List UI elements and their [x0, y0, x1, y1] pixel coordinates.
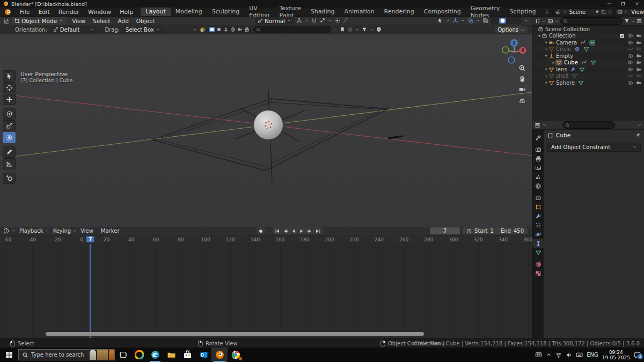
properties-tab-viewlayer[interactable]	[532, 163, 544, 172]
selectability-icon[interactable]	[437, 18, 443, 24]
viewport-menu-object[interactable]: Object	[133, 18, 158, 24]
viewport-menu-view[interactable]: View	[68, 18, 89, 24]
new-scene-icon[interactable]	[601, 10, 606, 14]
menu-help[interactable]: Help	[115, 9, 137, 16]
properties-tab-scene[interactable]	[532, 172, 544, 181]
disable-render-icon[interactable]	[636, 40, 642, 46]
taskbar-clock[interactable]: 09:24 19-05-2025	[602, 350, 630, 360]
visibility-toggle-0[interactable]	[209, 27, 215, 32]
hide-eye-icon[interactable]	[627, 67, 633, 72]
properties-tab-output[interactable]	[532, 154, 544, 163]
meshTri-icon[interactable]	[548, 46, 554, 52]
checkbox-icon[interactable]	[619, 33, 625, 39]
filter-icon[interactable]	[624, 18, 630, 24]
emptyAxes-icon[interactable]	[548, 53, 554, 59]
add-workspace-button[interactable]: +	[540, 9, 553, 16]
tool-scale[interactable]	[3, 120, 16, 131]
meshTri-icon[interactable]	[548, 67, 554, 72]
hidden-icons-chevron[interactable]	[546, 352, 552, 358]
hidden-eye-icon[interactable]	[627, 73, 633, 79]
outliner-label[interactable]: shell	[556, 73, 568, 79]
collapse-arrow-icon[interactable]	[537, 34, 541, 38]
workspace-tab-animation[interactable]: Animation	[339, 8, 379, 16]
expand-arrow-icon[interactable]	[544, 47, 548, 51]
playhead-line[interactable]	[90, 244, 91, 338]
menu-window[interactable]: Window	[84, 9, 115, 16]
outliner-label[interactable]: Empty	[556, 53, 573, 59]
disable-render-icon[interactable]	[636, 46, 642, 52]
outliner-label[interactable]: Circle	[556, 46, 571, 52]
meshTri-icon[interactable]	[548, 80, 554, 86]
outliner-label[interactable]: Collection	[549, 33, 575, 39]
show-gizmo-icon[interactable]	[452, 18, 458, 24]
shading-material-button[interactable]: undefined	[507, 18, 513, 24]
shading-rendered-button[interactable]: undefined	[514, 18, 520, 24]
tool-select-box[interactable]	[3, 70, 16, 82]
viewlayer-selector[interactable]: ViewLayer	[615, 8, 644, 16]
menu-render[interactable]: Render	[54, 9, 84, 16]
taskbar-app-blender[interactable]	[211, 348, 228, 362]
editor-type-icon[interactable]	[535, 122, 540, 128]
workspace-tab-layout[interactable]: Layout	[141, 8, 170, 16]
mode-dropdown[interactable]: Object Mode	[12, 17, 66, 25]
hide-eye-icon[interactable]	[627, 80, 633, 86]
frame-range-fields[interactable]: Start 1 End 450	[463, 227, 528, 234]
taskbar-app-store[interactable]	[179, 348, 195, 362]
unlink-scene-icon[interactable]	[608, 10, 612, 14]
workspace-tab-scripting[interactable]: Scripting	[505, 8, 541, 16]
outliner-row-circle[interactable]: Circle	[532, 46, 644, 53]
disable-render-icon[interactable]	[636, 33, 642, 39]
hidden-eye-icon[interactable]	[627, 46, 633, 52]
taskbar-search[interactable]: Type here to search	[18, 349, 115, 360]
zoom-button[interactable]	[518, 64, 526, 72]
pan-button[interactable]	[518, 75, 526, 83]
tool-annotate[interactable]	[3, 146, 16, 158]
properties-tab-tool[interactable]	[532, 133, 544, 142]
taskbar-app-chrome[interactable]	[228, 348, 244, 362]
camera-view-button[interactable]	[518, 86, 526, 93]
news-icon[interactable]	[535, 351, 542, 358]
disable-render-icon[interactable]	[636, 67, 642, 72]
bookmark-icon[interactable]	[340, 27, 345, 32]
shading-solid-button[interactable]	[499, 18, 506, 24]
outliner-search[interactable]	[560, 17, 623, 25]
properties-tab-physics[interactable]	[532, 230, 544, 239]
hide-eye-icon[interactable]	[627, 33, 633, 39]
disable-render-icon[interactable]	[636, 53, 642, 59]
filter-settings-icon[interactable]	[636, 18, 642, 24]
viewport-3d[interactable]: User Perspective (7) Collection | Cube Z…	[0, 34, 532, 227]
auto-keying-toggle[interactable]	[257, 227, 265, 234]
options-dropdown[interactable]: Options	[495, 26, 528, 33]
snap-target-icon[interactable]	[319, 18, 325, 24]
outliner-row-collection[interactable]: Collection	[532, 33, 644, 40]
cameraObj-icon[interactable]	[548, 40, 554, 46]
falloff-curve-icon[interactable]	[342, 18, 348, 24]
outliner-row-sphere[interactable]: Sphere	[532, 79, 644, 86]
properties-tab-modifiers[interactable]	[532, 211, 544, 220]
outliner-label[interactable]: lens	[556, 67, 567, 72]
collapse-arrow-icon[interactable]	[544, 54, 548, 58]
language-indicator[interactable]: ENG	[587, 352, 598, 358]
toggle-xray-icon[interactable]	[482, 18, 488, 24]
expand-arrow-icon[interactable]	[544, 67, 548, 71]
visibility-toggle-4[interactable]	[237, 27, 243, 32]
workspace-tab-compositing[interactable]: Compositing	[419, 8, 466, 16]
jump-start-button[interactable]	[274, 227, 281, 234]
play-button[interactable]	[298, 227, 305, 234]
visibility-toggle-5[interactable]	[244, 27, 250, 32]
current-frame-field[interactable]: 7	[430, 227, 460, 234]
properties-tab-particles[interactable]	[532, 220, 544, 230]
pin-icon[interactable]	[595, 10, 599, 14]
tool-move[interactable]	[3, 94, 16, 105]
proportional-edit-icon[interactable]	[334, 18, 340, 24]
blender-logo-icon[interactable]	[0, 9, 16, 16]
filter-icon[interactable]	[362, 27, 367, 32]
taskbar-app-edge[interactable]	[147, 348, 163, 362]
expand-arrow-icon[interactable]	[551, 61, 555, 65]
taskbar-app-explorer[interactable]	[163, 348, 179, 362]
properties-tab-collection[interactable]	[532, 193, 544, 202]
outliner-row-shell[interactable]: shell	[532, 73, 644, 80]
viewport-search[interactable]	[253, 26, 331, 33]
viewport-menu-select[interactable]: Select	[89, 18, 114, 24]
outliner-row-empty[interactable]: Empty	[532, 53, 644, 60]
